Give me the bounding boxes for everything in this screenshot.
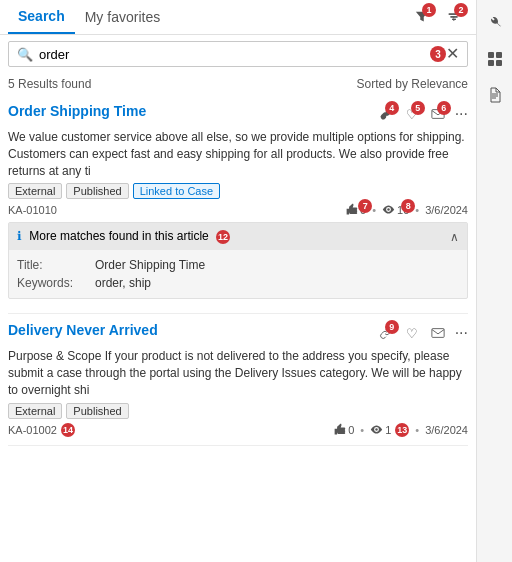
search-clear-button[interactable]: ✕ (446, 46, 459, 62)
svg-rect-7 (488, 60, 494, 66)
more-options-1[interactable]: ··· (455, 105, 468, 123)
action-link-icon-1[interactable]: 4 (375, 103, 397, 125)
search-input[interactable] (39, 47, 428, 62)
view-badge-1: 8 (401, 199, 415, 213)
action-badge-2a: 9 (385, 320, 399, 334)
article-id-1: KA-01010 (8, 204, 57, 216)
id-badge-2: 14 (61, 423, 75, 437)
article-tags-2: External Published (8, 403, 468, 419)
main-content: Search My favorites 1 ↕ 2 🔍 3 ✕ 5 Result… (0, 0, 476, 562)
right-sidebar (476, 0, 512, 562)
article-footer-2: KA-01002 14 0 • 1 13 • 3/6/2024 (8, 423, 468, 437)
article-stats-2: 0 • 1 13 • 3/6/2024 (333, 423, 468, 437)
dot-sep-2b: • (415, 424, 419, 436)
view-stat-1[interactable]: 10 8 (382, 203, 409, 216)
tag-linked-1: Linked to Case (133, 183, 220, 199)
view-stat-2[interactable]: 1 13 (370, 423, 409, 437)
results-sort: Sorted by Relevance (357, 77, 468, 91)
action-badge-1a: 4 (385, 101, 399, 115)
article-footer-1: KA-01010 0 7 • 10 8 • 3/6/2024 (8, 203, 468, 216)
article-tags-1: External Published Linked to Case (8, 183, 468, 199)
like-count-2: 0 (348, 424, 354, 436)
info-icon-1: ℹ (17, 229, 22, 243)
sidebar-doc-button[interactable] (480, 80, 510, 110)
sort-badge: 2 (454, 3, 468, 17)
like-stat-1[interactable]: 0 7 (345, 203, 366, 216)
article-card-2: Delivery Never Arrived 9 ♡ ··· Purpose &… (8, 314, 468, 445)
svg-point-4 (375, 429, 377, 431)
more-matches-text-1: More matches found in this article (29, 229, 208, 243)
tag-external-2: External (8, 403, 62, 419)
article-body-1: We value customer service above all else… (8, 129, 468, 179)
more-matches-body-1: Title: Order Shipping Time Keywords: ord… (9, 250, 467, 298)
match-keywords-value: order, ship (95, 276, 151, 290)
article-card-1: Order Shipping Time 4 ♡ 5 6 (8, 95, 468, 314)
svg-rect-8 (496, 60, 502, 66)
date-1: 3/6/2024 (425, 204, 468, 216)
view-count-2: 1 (385, 424, 391, 436)
search-bar: 🔍 3 ✕ (8, 41, 468, 67)
tag-published-2: Published (66, 403, 128, 419)
sidebar-wrench-button[interactable] (480, 8, 510, 38)
sort-button[interactable]: ↕ 2 (440, 3, 468, 31)
match-keywords-label: Keywords: (17, 276, 87, 290)
article-body-2: Purpose & Scope If your product is not d… (8, 348, 468, 398)
more-options-2[interactable]: ··· (455, 324, 468, 342)
match-row-title: Title: Order Shipping Time (17, 256, 459, 274)
svg-rect-6 (496, 52, 502, 58)
more-matches-header-1[interactable]: ℹ More matches found in this article 12 … (9, 223, 467, 250)
tag-external-1: External (8, 183, 62, 199)
dot-sep-1b: • (415, 204, 419, 216)
article-id-2: KA-01002 (8, 424, 57, 436)
dot-sep-2a: • (360, 424, 364, 436)
action-email-icon-1[interactable]: 6 (427, 103, 449, 125)
match-title-label: Title: (17, 258, 87, 272)
tab-actions: 1 ↕ 2 (408, 3, 468, 31)
like-stat-2[interactable]: 0 (333, 423, 354, 436)
action-link-icon-2[interactable]: 9 (375, 322, 397, 344)
like-badge-1: 7 (358, 199, 372, 213)
svg-text:↕: ↕ (452, 14, 456, 23)
search-count-badge: 3 (430, 46, 446, 62)
tab-search[interactable]: Search (8, 0, 75, 34)
tag-published-1: Published (66, 183, 128, 199)
date-2: 3/6/2024 (425, 424, 468, 436)
article-actions-2: 9 ♡ ··· (375, 322, 468, 344)
results-count: 5 Results found (8, 77, 91, 91)
svg-rect-5 (488, 52, 494, 58)
tab-favorites[interactable]: My favorites (75, 1, 170, 33)
filter-button[interactable]: 1 (408, 3, 436, 31)
more-matches-panel-1: ℹ More matches found in this article 12 … (8, 222, 468, 299)
view-badge-2: 13 (395, 423, 409, 437)
article-actions-1: 4 ♡ 5 6 ··· (375, 103, 468, 125)
tabs-bar: Search My favorites 1 ↕ 2 (0, 0, 476, 35)
action-badge-1c: 6 (437, 101, 451, 115)
action-heart-icon-1[interactable]: ♡ 5 (401, 103, 423, 125)
dot-sep-1a: • (372, 204, 376, 216)
action-heart-icon-2[interactable]: ♡ (401, 322, 423, 344)
results-summary: 5 Results found Sorted by Relevance (0, 73, 476, 95)
sidebar-grid-button[interactable] (480, 44, 510, 74)
results-list: Order Shipping Time 4 ♡ 5 6 (0, 95, 476, 562)
match-title-value: Order Shipping Time (95, 258, 205, 272)
collapse-icon-1[interactable]: ∧ (450, 230, 459, 244)
filter-badge: 1 (422, 3, 436, 17)
article-title-1[interactable]: Order Shipping Time (8, 103, 375, 119)
more-matches-badge-1: 12 (216, 230, 230, 244)
action-email-icon-2[interactable] (427, 322, 449, 344)
svg-point-2 (387, 209, 389, 211)
search-icon: 🔍 (17, 47, 33, 62)
article-header-2: Delivery Never Arrived 9 ♡ ··· (8, 322, 468, 344)
more-matches-title-row: ℹ More matches found in this article 12 (17, 229, 230, 244)
action-badge-1b: 5 (411, 101, 425, 115)
svg-rect-3 (432, 329, 444, 338)
article-stats-1: 0 7 • 10 8 • 3/6/2024 (345, 203, 468, 216)
article-title-2[interactable]: Delivery Never Arrived (8, 322, 375, 338)
article-header-1: Order Shipping Time 4 ♡ 5 6 (8, 103, 468, 125)
match-row-keywords: Keywords: order, ship (17, 274, 459, 292)
